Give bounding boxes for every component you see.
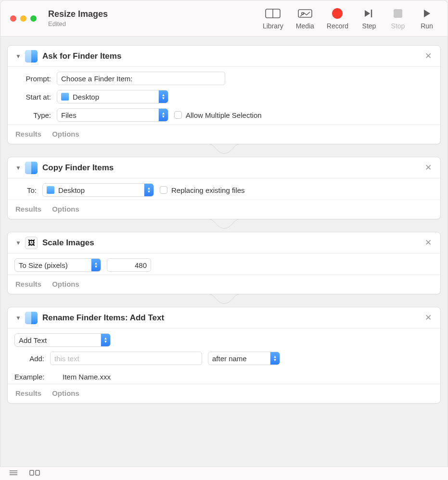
- stepper-icon: ▲▼: [158, 90, 168, 103]
- scale-mode-popup[interactable]: To Size (pixels) ▲▼: [14, 258, 101, 272]
- folder-icon: [47, 186, 54, 194]
- record-icon: [329, 7, 346, 20]
- action-ask-finder-items: ▼ Ask for Finder Items ✕ Prompt: Start a…: [7, 45, 441, 144]
- example-label: Example:: [14, 373, 57, 381]
- disclosure-icon[interactable]: ▼: [14, 240, 22, 246]
- replace-label: Replacing existing files: [171, 186, 245, 194]
- checkbox-icon: [160, 186, 167, 194]
- finder-icon: [25, 162, 38, 174]
- library-label: Library: [263, 22, 283, 30]
- run-label: Run: [421, 22, 433, 30]
- record-button[interactable]: Record: [327, 7, 348, 30]
- connector: [7, 144, 441, 157]
- library-button[interactable]: Library: [263, 7, 283, 30]
- options-button[interactable]: Options: [52, 130, 79, 138]
- step-label: Step: [362, 22, 376, 30]
- run-icon: [419, 7, 435, 20]
- stepper-icon: ▲▼: [144, 184, 154, 196]
- connector: [7, 294, 441, 307]
- startat-value: Desktop: [73, 93, 155, 101]
- action-rename-finder-items: ▼ Rename Finder Items: Add Text ✕ Add Te…: [7, 307, 441, 404]
- to-popup[interactable]: Desktop ▲▼: [42, 183, 154, 197]
- disclosure-icon[interactable]: ▼: [14, 164, 22, 171]
- options-button[interactable]: Options: [52, 389, 79, 397]
- prompt-input[interactable]: [57, 72, 225, 85]
- rename-op-popup[interactable]: Add Text ▲▼: [14, 333, 111, 347]
- titlebar: Resize Images Edited Library Media Recor…: [0, 0, 448, 37]
- disclosure-icon[interactable]: ▼: [14, 315, 22, 321]
- stop-button: Stop: [390, 7, 406, 30]
- close-window-button[interactable]: [10, 15, 16, 22]
- status-bar: [0, 467, 448, 480]
- stepper-icon: ▲▼: [101, 334, 110, 346]
- media-icon: [297, 7, 313, 20]
- log-view-button[interactable]: [9, 469, 18, 478]
- type-label: Type:: [14, 111, 51, 119]
- workflow-area: ▼ Ask for Finder Items ✕ Prompt: Start a…: [0, 37, 448, 404]
- add-label: Add:: [14, 354, 44, 363]
- example-value: Item Name.xxx: [63, 373, 111, 381]
- library-icon: [265, 7, 281, 20]
- remove-action-button[interactable]: ✕: [423, 313, 434, 323]
- remove-action-button[interactable]: ✕: [423, 238, 434, 248]
- window-title: Resize Images: [48, 9, 108, 19]
- action-title: Scale Images: [42, 238, 423, 248]
- prompt-label: Prompt:: [14, 75, 51, 83]
- stepper-icon: ▲▼: [158, 109, 168, 121]
- scale-mode-value: To Size (pixels): [19, 261, 88, 269]
- title-group: Resize Images Edited: [48, 9, 108, 27]
- to-value: Desktop: [58, 186, 141, 194]
- results-button[interactable]: Results: [15, 389, 41, 397]
- variables-view-button[interactable]: [29, 469, 40, 478]
- allow-label: Allow Multiple Selection: [186, 111, 262, 119]
- to-label: To:: [14, 186, 37, 194]
- media-button[interactable]: Media: [296, 7, 314, 30]
- toolbar: Library Media Record Step Stop Run: [263, 7, 439, 30]
- zoom-window-button[interactable]: [30, 15, 37, 22]
- type-popup[interactable]: Files ▲▼: [57, 108, 168, 122]
- results-button[interactable]: Results: [15, 130, 41, 138]
- remove-action-button[interactable]: ✕: [423, 163, 434, 173]
- preview-icon: 🖼: [25, 237, 38, 249]
- svg-rect-9: [36, 470, 39, 475]
- folder-icon: [61, 93, 69, 101]
- disclosure-icon[interactable]: ▼: [14, 53, 22, 60]
- type-value: Files: [61, 111, 155, 119]
- scale-size-input[interactable]: [107, 258, 151, 272]
- window-subtitle: Edited: [48, 20, 108, 27]
- stepper-icon: ▲▼: [270, 352, 280, 365]
- connector: [7, 219, 441, 232]
- startat-popup[interactable]: Desktop ▲▼: [57, 90, 168, 103]
- results-button[interactable]: Results: [15, 280, 41, 288]
- action-title: Ask for Finder Items: [42, 51, 423, 61]
- run-button[interactable]: Run: [419, 7, 435, 30]
- results-button[interactable]: Results: [15, 205, 41, 213]
- finder-icon: [25, 312, 38, 324]
- remove-action-button[interactable]: ✕: [423, 51, 434, 61]
- startat-label: Start at:: [14, 93, 51, 101]
- position-popup[interactable]: after name ▲▼: [208, 352, 280, 365]
- allow-multiple-checkbox[interactable]: Allow Multiple Selection: [174, 111, 262, 119]
- position-value: after name: [212, 354, 267, 363]
- step-icon: [361, 7, 377, 20]
- checkbox-icon: [174, 111, 182, 119]
- options-button[interactable]: Options: [52, 280, 79, 288]
- rename-op-value: Add Text: [19, 336, 98, 344]
- media-label: Media: [296, 22, 314, 30]
- action-title: Copy Finder Items: [42, 163, 423, 173]
- action-copy-finder-items: ▼ Copy Finder Items ✕ To: Desktop ▲▼ Rep…: [7, 157, 441, 219]
- step-button[interactable]: Step: [361, 7, 377, 30]
- add-text-input[interactable]: [50, 352, 202, 365]
- options-button[interactable]: Options: [52, 205, 79, 213]
- minimize-window-button[interactable]: [20, 15, 26, 22]
- record-label: Record: [327, 22, 348, 30]
- action-title: Rename Finder Items: Add Text: [42, 313, 423, 323]
- stop-icon: [390, 7, 406, 20]
- action-scale-images: ▼ 🖼 Scale Images ✕ To Size (pixels) ▲▼ R…: [7, 232, 441, 294]
- window-controls: [10, 15, 37, 22]
- replace-checkbox[interactable]: Replacing existing files: [160, 186, 245, 194]
- svg-rect-8: [30, 470, 34, 475]
- finder-icon: [25, 50, 38, 63]
- stepper-icon: ▲▼: [91, 259, 101, 271]
- stop-label: Stop: [391, 22, 405, 30]
